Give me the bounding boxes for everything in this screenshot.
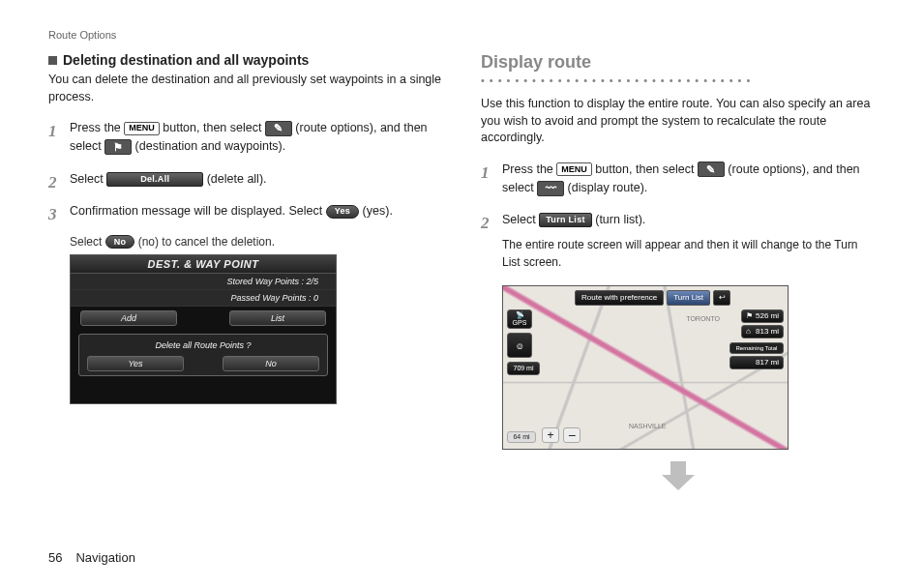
compass-icon[interactable]: ⌾ xyxy=(507,333,532,358)
inline-pill-button[interactable]: Yes xyxy=(326,205,359,219)
zoom-distance: 709 mi xyxy=(507,362,540,375)
confirm-dialog: Delete all Route Points ? Yes No xyxy=(78,334,328,376)
flag-icon: ⚑ xyxy=(746,311,753,320)
zoom-in-button[interactable]: + xyxy=(542,427,559,443)
city-label: NASHVILLE xyxy=(629,423,667,429)
left-intro: You can delete the destination and all p… xyxy=(48,72,442,105)
svg-marker-1 xyxy=(662,475,695,490)
page-number: 56 xyxy=(48,550,62,565)
passed-waypoints-row: Passed Way Points : 0 xyxy=(71,290,336,307)
list-button[interactable]: List xyxy=(229,310,326,326)
flags-icon[interactable]: ⚑ xyxy=(104,139,132,155)
add-button[interactable]: Add xyxy=(80,310,177,326)
step-item: Select Del.All (delete all). xyxy=(48,170,442,189)
waypoint-screen: DEST. & WAY POINT Stored Way Points : 2/… xyxy=(70,254,337,404)
down-arrow-icon xyxy=(654,461,702,492)
step-item: Confirmation message will be displayed. … xyxy=(48,202,442,220)
route-with-pref-button[interactable]: Route with preference xyxy=(575,290,664,306)
dotted-divider: •••••••••••••••••••••••••••••••• xyxy=(481,74,875,86)
dialog-message: Delete all Route Points ? xyxy=(83,340,323,350)
distance-3: 817 mi xyxy=(729,356,784,369)
menu-button[interactable]: MENU xyxy=(124,122,160,135)
stored-waypoints-row: Stored Way Points : 2/5 xyxy=(71,274,336,290)
scale-label: 64 mi xyxy=(507,431,536,443)
step-item: Select Turn List (turn list).The entire … xyxy=(481,211,875,272)
no-button[interactable]: No xyxy=(223,356,319,371)
inline-dark-button[interactable]: Turn List xyxy=(539,213,592,227)
distance-2: ⌂813 mi xyxy=(741,325,784,338)
route-icon[interactable]: 〰 xyxy=(537,181,564,196)
left-heading: Deleting destination and all waypoints xyxy=(48,52,442,68)
inline-dark-button[interactable]: Del.All xyxy=(106,172,203,187)
menu-button[interactable]: MENU xyxy=(556,162,592,176)
map-screen: Route with preference Turn List ↩ 📡 GPS … xyxy=(502,285,789,450)
yes-button[interactable]: Yes xyxy=(87,356,184,371)
turn-list-button[interactable]: Turn List xyxy=(667,290,710,306)
pencil-icon[interactable]: ✎ xyxy=(265,121,292,136)
distance-1: ⚑526 mi xyxy=(741,309,784,323)
step-item: Press the MENU button, then select ✎ (ro… xyxy=(48,119,442,157)
screen-title: DEST. & WAY POINT xyxy=(71,255,336,274)
right-column: Display route ••••••••••••••••••••••••••… xyxy=(481,52,875,492)
home-icon: ⌂ xyxy=(746,327,751,336)
satellite-icon: 📡 xyxy=(516,311,524,319)
right-steps: Press the MENU button, then select ✎ (ro… xyxy=(481,161,875,272)
zoom-out-button[interactable]: − xyxy=(563,427,581,443)
section-title: Display route xyxy=(481,52,875,73)
gps-indicator: 📡 GPS xyxy=(507,309,532,329)
svg-rect-0 xyxy=(670,461,686,475)
page-footer: 56Navigation xyxy=(48,550,135,565)
footer-section: Navigation xyxy=(75,550,134,565)
step-note: The entire route screen will appear and … xyxy=(502,236,875,272)
back-button[interactable]: ↩ xyxy=(713,290,730,306)
square-bullet-icon xyxy=(48,56,57,65)
right-intro: Use this function to display the entire … xyxy=(481,96,875,147)
page-header: Route Options xyxy=(48,29,875,41)
left-column: Deleting destination and all waypoints Y… xyxy=(48,52,442,492)
left-steps: Press the MENU button, then select ✎ (ro… xyxy=(48,119,442,249)
inline-pill-button[interactable]: No xyxy=(105,235,135,249)
remaining-label: Remaining Total xyxy=(729,342,784,354)
pencil-icon[interactable]: ✎ xyxy=(698,162,725,177)
substep: Select No (no) to cancel the deletion. xyxy=(70,235,442,250)
step-item: Press the MENU button, then select ✎ (ro… xyxy=(481,161,875,198)
city-label: TORONTO xyxy=(686,315,720,322)
